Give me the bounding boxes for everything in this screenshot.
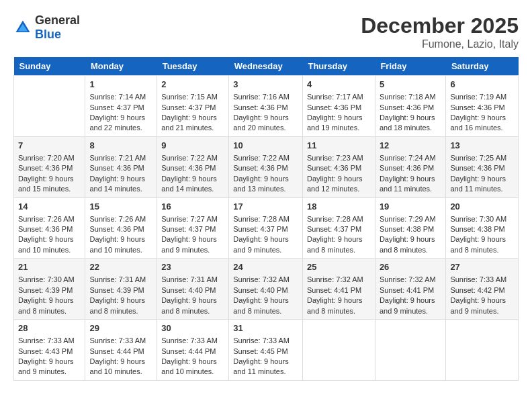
logo-blue: Blue — [35, 28, 61, 41]
sunset: Sunset: 4:36 PM — [89, 225, 144, 233]
sunrise: Sunrise: 7:30 AM — [18, 275, 75, 283]
day-number: 30 — [161, 322, 224, 334]
sunset: Sunset: 4:36 PM — [450, 164, 504, 172]
day-number: 14 — [18, 201, 81, 213]
daylight: Daylight: 9 hours and 10 minutes. — [89, 357, 145, 375]
daylight: Daylight: 9 hours and 8 minutes. — [450, 235, 506, 253]
calendar-cell: 4 Sunrise: 7:17 AM Sunset: 4:36 PM Dayli… — [302, 76, 375, 137]
calendar-cell: 22 Sunrise: 7:31 AM Sunset: 4:39 PM Dayl… — [85, 259, 157, 320]
sunset: Sunset: 4:39 PM — [18, 286, 73, 294]
sunset: Sunset: 4:36 PM — [89, 164, 144, 172]
calendar-cell: 5 Sunrise: 7:18 AM Sunset: 4:36 PM Dayli… — [375, 76, 446, 137]
calendar-cell: 25 Sunrise: 7:32 AM Sunset: 4:41 PM Dayl… — [302, 259, 375, 320]
daylight: Daylight: 9 hours and 8 minutes. — [380, 235, 435, 253]
sunrise: Sunrise: 7:31 AM — [89, 275, 146, 283]
calendar-cell: 2 Sunrise: 7:15 AM Sunset: 4:37 PM Dayli… — [157, 76, 229, 137]
sunset: Sunset: 4:36 PM — [233, 103, 287, 111]
sunset: Sunset: 4:36 PM — [307, 164, 361, 172]
week-row-4: 21 Sunrise: 7:30 AM Sunset: 4:39 PM Dayl… — [14, 259, 519, 320]
daylight: Daylight: 9 hours and 8 minutes. — [161, 296, 217, 314]
col-tuesday: Tuesday — [157, 57, 229, 76]
sunset: Sunset: 4:36 PM — [380, 103, 434, 111]
day-number: 6 — [450, 79, 514, 91]
sunset: Sunset: 4:45 PM — [233, 347, 287, 355]
daylight: Daylight: 9 hours and 15 minutes. — [18, 175, 74, 193]
sunrise: Sunrise: 7:30 AM — [450, 215, 506, 223]
sunset: Sunset: 4:37 PM — [161, 225, 216, 233]
sunrise: Sunrise: 7:16 AM — [233, 93, 290, 101]
sunset: Sunset: 4:37 PM — [233, 225, 287, 233]
daylight: Daylight: 9 hours and 14 minutes. — [161, 175, 217, 193]
calendar-cell: 9 Sunrise: 7:22 AM Sunset: 4:36 PM Dayli… — [157, 136, 229, 197]
sunrise: Sunrise: 7:19 AM — [450, 93, 506, 101]
calendar-cell — [446, 320, 519, 381]
day-number: 10 — [233, 140, 298, 152]
daylight: Daylight: 9 hours and 9 minutes. — [233, 235, 289, 253]
sunrise: Sunrise: 7:26 AM — [89, 215, 146, 223]
calendar-cell: 23 Sunrise: 7:31 AM Sunset: 4:40 PM Dayl… — [157, 259, 229, 320]
sunrise: Sunrise: 7:28 AM — [307, 215, 363, 223]
day-number: 21 — [18, 261, 81, 273]
daylight: Daylight: 9 hours and 8 minutes. — [307, 296, 363, 314]
day-number: 1 — [89, 79, 152, 91]
week-row-1: 1 Sunrise: 7:14 AM Sunset: 4:37 PM Dayli… — [14, 76, 519, 137]
sunset: Sunset: 4:36 PM — [380, 164, 434, 172]
col-wednesday: Wednesday — [229, 57, 303, 76]
day-number: 5 — [380, 79, 442, 91]
daylight: Daylight: 9 hours and 20 minutes. — [233, 113, 289, 132]
col-saturday: Saturday — [446, 57, 519, 76]
calendar-cell: 15 Sunrise: 7:26 AM Sunset: 4:36 PM Dayl… — [85, 197, 157, 259]
day-number: 7 — [18, 140, 81, 152]
week-row-2: 7 Sunrise: 7:20 AM Sunset: 4:36 PM Dayli… — [14, 136, 519, 197]
sunrise: Sunrise: 7:26 AM — [18, 215, 75, 223]
calendar-cell: 21 Sunrise: 7:30 AM Sunset: 4:39 PM Dayl… — [14, 259, 85, 320]
sunset: Sunset: 4:44 PM — [161, 347, 216, 355]
daylight: Daylight: 9 hours and 11 minutes. — [380, 175, 435, 193]
daylight: Daylight: 9 hours and 21 minutes. — [161, 113, 217, 132]
sunrise: Sunrise: 7:32 AM — [380, 275, 436, 283]
sunset: Sunset: 4:37 PM — [307, 225, 361, 233]
daylight: Daylight: 9 hours and 8 minutes. — [89, 296, 145, 314]
sunrise: Sunrise: 7:33 AM — [18, 336, 75, 345]
daylight: Daylight: 9 hours and 10 minutes. — [89, 235, 145, 253]
calendar-cell: 16 Sunrise: 7:27 AM Sunset: 4:37 PM Dayl… — [157, 197, 229, 259]
sunrise: Sunrise: 7:24 AM — [380, 154, 436, 162]
day-number: 16 — [161, 201, 224, 213]
daylight: Daylight: 9 hours and 10 minutes. — [18, 235, 74, 253]
sunset: Sunset: 4:37 PM — [89, 103, 144, 111]
daylight: Daylight: 9 hours and 9 minutes. — [18, 357, 74, 375]
week-row-3: 14 Sunrise: 7:26 AM Sunset: 4:36 PM Dayl… — [14, 197, 519, 259]
sunrise: Sunrise: 7:33 AM — [161, 336, 218, 345]
calendar-cell: 19 Sunrise: 7:29 AM Sunset: 4:38 PM Dayl… — [375, 197, 446, 259]
daylight: Daylight: 9 hours and 8 minutes. — [233, 296, 289, 314]
sunset: Sunset: 4:36 PM — [18, 225, 73, 233]
logo-icon — [13, 18, 32, 37]
day-number: 3 — [233, 79, 298, 91]
calendar-cell: 12 Sunrise: 7:24 AM Sunset: 4:36 PM Dayl… — [375, 136, 446, 197]
calendar-cell: 11 Sunrise: 7:23 AM Sunset: 4:36 PM Dayl… — [302, 136, 375, 197]
day-number: 28 — [18, 322, 81, 334]
logo-text: General Blue — [35, 13, 80, 42]
calendar-cell: 17 Sunrise: 7:28 AM Sunset: 4:37 PM Dayl… — [229, 197, 303, 259]
day-number: 4 — [307, 79, 371, 91]
calendar-cell — [14, 76, 85, 137]
calendar-cell: 26 Sunrise: 7:32 AM Sunset: 4:41 PM Dayl… — [375, 259, 446, 320]
sunset: Sunset: 4:38 PM — [450, 225, 504, 233]
calendar-cell: 30 Sunrise: 7:33 AM Sunset: 4:44 PM Dayl… — [157, 320, 229, 381]
sunrise: Sunrise: 7:33 AM — [233, 336, 290, 345]
daylight: Daylight: 9 hours and 16 minutes. — [450, 113, 506, 132]
daylight: Daylight: 9 hours and 8 minutes. — [307, 235, 363, 253]
day-number: 17 — [233, 201, 298, 213]
sunset: Sunset: 4:39 PM — [89, 286, 144, 294]
daylight: Daylight: 9 hours and 11 minutes. — [233, 357, 289, 375]
sunrise: Sunrise: 7:33 AM — [450, 275, 506, 283]
daylight: Daylight: 9 hours and 9 minutes. — [450, 296, 506, 314]
logo-general: General — [35, 13, 80, 27]
day-number: 31 — [233, 322, 298, 334]
calendar-cell — [375, 320, 446, 381]
day-number: 18 — [307, 201, 371, 213]
day-number: 29 — [89, 322, 152, 334]
calendar-cell: 7 Sunrise: 7:20 AM Sunset: 4:36 PM Dayli… — [14, 136, 85, 197]
sunset: Sunset: 4:36 PM — [307, 103, 361, 111]
daylight: Daylight: 9 hours and 22 minutes. — [89, 113, 145, 132]
